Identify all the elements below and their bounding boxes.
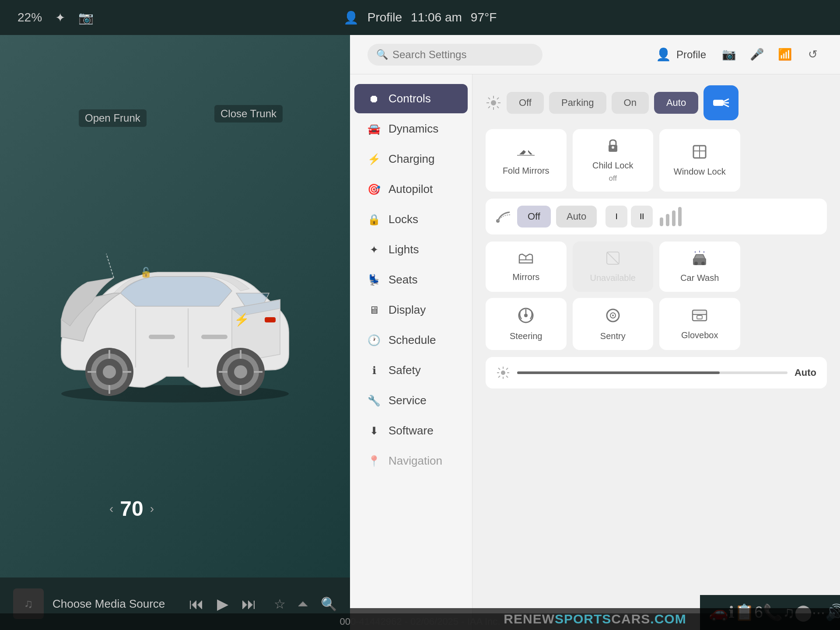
profile-button[interactable]: 👤 Profile bbox=[656, 47, 706, 62]
speed-next[interactable]: › bbox=[150, 502, 154, 516]
svg-point-10 bbox=[234, 365, 247, 378]
speed-indicator: ‹ 70 › bbox=[109, 497, 154, 521]
nav-item-charging[interactable]: ⚡ Charging bbox=[354, 144, 468, 174]
controls-panel: Off Parking On Auto bbox=[472, 74, 840, 630]
camera-icon: 📷 bbox=[78, 10, 94, 25]
lights-auto-button[interactable]: Auto bbox=[654, 92, 698, 114]
status-profile-label: Profile bbox=[368, 10, 402, 24]
media-controls: ⏮ ▶ ⏭ bbox=[189, 595, 256, 612]
car-wash-label: Car Wash bbox=[680, 273, 719, 283]
nav-item-safety[interactable]: ℹ Safety bbox=[354, 356, 468, 385]
brightness-fill bbox=[517, 371, 720, 374]
display-nav-label: Display bbox=[388, 303, 426, 317]
schedule-nav-label: Schedule bbox=[388, 333, 436, 347]
settings-content: ⏺ Controls 🚘 Dynamics ⚡ Charging 🎯 Autop… bbox=[350, 74, 840, 630]
lights-parking-button[interactable]: Parking bbox=[549, 92, 606, 114]
svg-line-33 bbox=[724, 99, 729, 102]
svg-text:🔓: 🔓 bbox=[140, 266, 152, 278]
service-nav-label: Service bbox=[388, 394, 427, 407]
safety-nav-label: Safety bbox=[388, 364, 421, 377]
headlights-icon-button[interactable] bbox=[704, 85, 738, 120]
sentry-label: Sentry bbox=[600, 331, 626, 341]
unavailable-button[interactable]: Unavailable bbox=[573, 242, 654, 292]
wiper-speed-bars bbox=[660, 207, 682, 226]
child-lock-button[interactable]: Child Lock off bbox=[573, 129, 654, 192]
refresh-header-icon[interactable]: ↺ bbox=[803, 45, 822, 64]
nav-item-seats[interactable]: 💺 Seats bbox=[354, 265, 468, 294]
car-visualization: Open Frunk Close Trunk bbox=[0, 35, 350, 578]
wifi-header-icon[interactable]: 📶 bbox=[775, 45, 794, 64]
child-lock-icon bbox=[605, 138, 621, 157]
bluetooth-icon: ✦ bbox=[55, 10, 65, 25]
open-frunk-label[interactable]: Open Frunk bbox=[79, 109, 147, 127]
brightness-sun-icon bbox=[496, 366, 510, 380]
watermark-cars: CARS bbox=[611, 612, 650, 626]
search-icon: 🔍 bbox=[376, 49, 388, 60]
svg-line-70 bbox=[506, 368, 508, 370]
nav-item-lights[interactable]: ✦ Lights bbox=[354, 235, 468, 264]
mirrors-button[interactable]: ↕ Mirrors bbox=[486, 242, 567, 292]
nav-item-display[interactable]: 🖥 Display bbox=[354, 295, 468, 325]
child-lock-label: Child Lock bbox=[592, 161, 633, 171]
nav-item-autopilot[interactable]: 🎯 Autopilot bbox=[354, 175, 468, 204]
fold-mirrors-button[interactable]: Fold Mirrors bbox=[486, 129, 567, 192]
settings-nav: ⏺ Controls 🚘 Dynamics ⚡ Charging 🎯 Autop… bbox=[350, 74, 472, 630]
wiper-row: Off Auto I II bbox=[486, 199, 827, 234]
close-trunk-label[interactable]: Close Trunk bbox=[214, 105, 283, 122]
svg-point-6 bbox=[103, 365, 116, 378]
brightness-slider[interactable] bbox=[517, 371, 788, 374]
lights-on-button[interactable]: On bbox=[612, 92, 649, 114]
wiper-auto-button[interactable]: Auto bbox=[556, 206, 597, 228]
svg-rect-61 bbox=[693, 310, 707, 315]
window-lock-button[interactable]: Window Lock bbox=[659, 129, 740, 192]
svg-line-28 bbox=[488, 98, 490, 99]
window-lock-label: Window Lock bbox=[674, 167, 726, 177]
mic-header-icon[interactable]: 🎤 bbox=[747, 45, 766, 64]
favorite-icon[interactable]: ☆ bbox=[274, 596, 286, 612]
play-button[interactable]: ▶ bbox=[217, 595, 228, 612]
search-input[interactable] bbox=[392, 49, 534, 61]
nav-item-controls[interactable]: ⏺ Controls bbox=[354, 84, 468, 113]
svg-rect-20 bbox=[265, 317, 276, 322]
glovebox-button[interactable]: Glovebox bbox=[659, 298, 740, 350]
equalizer-icon[interactable]: ⏶ bbox=[297, 596, 310, 611]
nav-item-schedule[interactable]: 🕐 Schedule bbox=[354, 326, 468, 355]
wiper-off-button[interactable]: Off bbox=[517, 206, 551, 228]
svg-line-46 bbox=[607, 252, 619, 264]
car-wash-icon bbox=[691, 250, 708, 270]
steering-label: Steering bbox=[510, 331, 542, 341]
svg-text:↕: ↕ bbox=[525, 308, 526, 312]
charging-nav-icon: ⚡ bbox=[368, 153, 381, 165]
svg-line-29 bbox=[497, 106, 499, 108]
sentry-button[interactable]: Sentry bbox=[573, 298, 654, 350]
lights-off-button[interactable]: Off bbox=[507, 92, 544, 114]
locks-nav-label: Locks bbox=[388, 213, 418, 226]
search-bar[interactable]: 🔍 bbox=[368, 44, 542, 66]
wiper-speed-2-button[interactable]: II bbox=[631, 206, 653, 228]
svg-line-69 bbox=[506, 376, 508, 378]
nav-item-dynamics[interactable]: 🚘 Dynamics bbox=[354, 114, 468, 144]
nav-item-software[interactable]: ⬇ Software bbox=[354, 416, 468, 445]
svg-text:⚡: ⚡ bbox=[234, 312, 249, 327]
wiper-bar-1 bbox=[660, 217, 663, 226]
speed-prev[interactable]: ‹ bbox=[109, 502, 113, 516]
nav-item-navigation[interactable]: 📍 Navigation bbox=[354, 446, 468, 476]
nav-item-service[interactable]: 🔧 Service bbox=[354, 386, 468, 415]
wiper-icon bbox=[494, 209, 512, 224]
svg-point-63 bbox=[501, 371, 505, 375]
seats-nav-label: Seats bbox=[388, 273, 418, 287]
svg-point-23 bbox=[491, 100, 496, 105]
autopilot-nav-label: Autopilot bbox=[388, 182, 433, 196]
wiper-speed-1-button[interactable]: I bbox=[606, 206, 627, 228]
camera-header-icon[interactable]: 📷 bbox=[719, 45, 738, 64]
charging-nav-label: Charging bbox=[388, 152, 435, 166]
nav-item-locks[interactable]: 🔒 Locks bbox=[354, 205, 468, 234]
wiper-bar-3 bbox=[672, 210, 676, 226]
status-time: 11:06 am bbox=[411, 10, 462, 24]
steering-button[interactable]: ↕ Steering bbox=[486, 298, 567, 350]
next-track-button[interactable]: ⏭ bbox=[242, 595, 256, 612]
search-media-icon[interactable]: 🔍 bbox=[321, 596, 337, 612]
car-wash-button[interactable]: Car Wash bbox=[659, 242, 740, 292]
unavailable-icon bbox=[605, 250, 621, 270]
prev-track-button[interactable]: ⏮ bbox=[189, 595, 204, 612]
